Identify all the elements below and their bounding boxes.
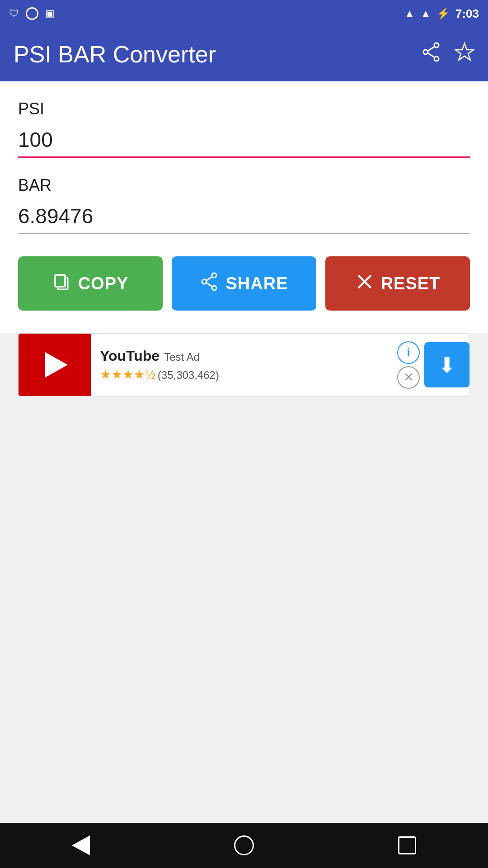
svg-line-3 xyxy=(427,47,435,51)
sim-icon: ▣ xyxy=(45,8,55,19)
shield-icon: 🛡 xyxy=(9,8,19,19)
share-label: SHARE xyxy=(225,274,288,293)
battery-icon: ⚡ xyxy=(436,7,450,20)
download-icon: ⬇ xyxy=(438,352,456,377)
home-button[interactable] xyxy=(234,835,254,855)
svg-point-2 xyxy=(423,50,428,54)
ad-title: YouTube xyxy=(100,348,160,364)
recent-button[interactable] xyxy=(398,836,416,854)
svg-marker-5 xyxy=(455,43,474,60)
ad-download-button[interactable]: ⬇ xyxy=(424,342,469,387)
svg-point-0 xyxy=(434,43,439,47)
buttons-row: COPY SHARE RESET xyxy=(0,256,488,333)
bar-label: BAR xyxy=(18,176,470,195)
app-bar: PSI BAR Converter xyxy=(0,27,488,81)
star-icon[interactable] xyxy=(455,42,474,66)
status-time: 7:03 xyxy=(455,7,479,21)
circle-icon xyxy=(26,7,38,20)
wifi-icon: ▲ xyxy=(404,7,415,20)
youtube-play-icon xyxy=(45,352,68,377)
reset-label: RESET xyxy=(381,274,441,293)
ad-youtube-thumb xyxy=(19,333,91,396)
svg-point-11 xyxy=(202,279,206,284)
status-bar-right: ▲ ▲ ⚡ 7:03 xyxy=(404,7,479,21)
svg-line-13 xyxy=(206,283,212,287)
copy-button[interactable]: COPY xyxy=(18,256,163,311)
home-icon xyxy=(234,835,254,855)
nav-bar xyxy=(0,823,488,868)
app-bar-actions xyxy=(421,42,474,66)
empty-content-area xyxy=(0,396,488,868)
ad-banner[interactable]: YouTube Test Ad ★★★★½ (35,303,462) i ✕ ⬇ xyxy=(18,333,470,396)
ad-info-icon[interactable]: i xyxy=(397,341,420,364)
ad-stars-count: (35,303,462) xyxy=(158,369,219,381)
ad-close-icon[interactable]: ✕ xyxy=(397,366,420,389)
svg-line-4 xyxy=(427,53,435,57)
signal-icon: ▲ xyxy=(420,7,431,20)
svg-rect-7 xyxy=(55,275,65,287)
psi-input[interactable] xyxy=(18,123,470,158)
bar-value: 6.89476 xyxy=(18,199,470,234)
ad-content: YouTube Test Ad ★★★★½ (35,303,462) xyxy=(91,341,393,389)
ad-action-icons: i ✕ xyxy=(393,338,424,392)
reset-button[interactable]: RESET xyxy=(325,256,470,311)
svg-line-12 xyxy=(206,277,212,281)
share-btn-icon xyxy=(200,272,219,295)
ad-stars: ★★★★½ xyxy=(100,368,155,382)
share-button[interactable]: SHARE xyxy=(172,256,316,311)
svg-point-9 xyxy=(212,273,216,278)
status-bar: 🛡 ▣ ▲ ▲ ⚡ 7:03 xyxy=(0,0,488,27)
recent-icon xyxy=(398,836,416,854)
reset-icon xyxy=(355,272,374,295)
back-icon xyxy=(72,835,90,855)
app-title: PSI BAR Converter xyxy=(14,41,216,68)
svg-point-10 xyxy=(212,286,216,290)
share-icon[interactable] xyxy=(421,42,441,66)
status-bar-left: 🛡 ▣ xyxy=(9,7,55,20)
psi-label: PSI xyxy=(18,99,470,118)
main-content: PSI BAR 6.89476 xyxy=(0,81,488,256)
svg-point-1 xyxy=(434,57,439,61)
copy-label: COPY xyxy=(78,274,129,293)
copy-icon xyxy=(52,272,71,295)
ad-subtitle: Test Ad xyxy=(164,351,200,363)
back-button[interactable] xyxy=(72,835,90,855)
